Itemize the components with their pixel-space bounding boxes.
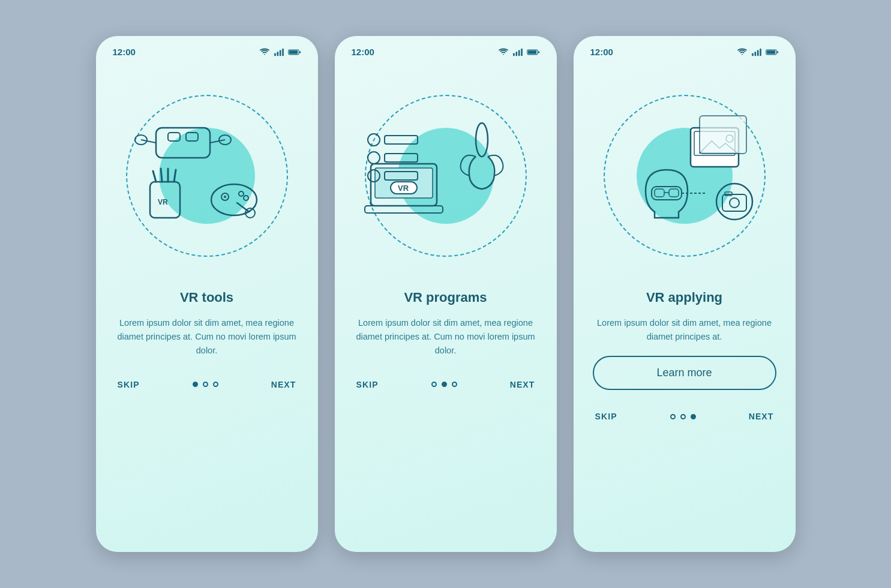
time-3: 12:00 bbox=[590, 47, 613, 57]
signal-icon-2 bbox=[512, 48, 523, 56]
svg-line-10 bbox=[141, 140, 156, 143]
dot-2-3 bbox=[452, 382, 457, 387]
svg-rect-7 bbox=[156, 128, 210, 158]
svg-rect-2 bbox=[279, 50, 281, 56]
svg-point-64 bbox=[730, 198, 739, 208]
svg-line-15 bbox=[153, 171, 156, 182]
svg-rect-51 bbox=[776, 51, 778, 53]
svg-rect-0 bbox=[274, 53, 276, 55]
learn-more-button[interactable]: Learn more bbox=[593, 356, 776, 390]
status-icons-1 bbox=[259, 48, 301, 56]
screen-title-3: VR applying bbox=[593, 290, 776, 305]
svg-rect-3 bbox=[282, 48, 284, 55]
svg-point-20 bbox=[211, 184, 257, 215]
time-1: 12:00 bbox=[113, 47, 136, 57]
svg-rect-32 bbox=[538, 51, 539, 53]
dots-2 bbox=[431, 382, 457, 387]
next-button-2[interactable]: NEXT bbox=[510, 380, 535, 389]
status-icons-3 bbox=[737, 48, 779, 56]
dot-3-3 bbox=[691, 414, 696, 419]
svg-text:VR: VR bbox=[398, 184, 409, 193]
svg-rect-28 bbox=[515, 52, 517, 56]
svg-rect-30 bbox=[521, 48, 523, 55]
svg-rect-6 bbox=[289, 50, 297, 54]
dot-1-2 bbox=[203, 382, 208, 387]
svg-rect-57 bbox=[652, 187, 682, 200]
screen-vr-programs: 12:00 bbox=[335, 36, 557, 552]
svg-rect-9 bbox=[186, 133, 198, 141]
time-2: 12:00 bbox=[352, 47, 374, 57]
status-bar-2: 12:00 bbox=[335, 36, 557, 62]
wifi-icon bbox=[259, 48, 270, 56]
bottom-nav-2: SKIP NEXT bbox=[335, 370, 557, 406]
svg-rect-29 bbox=[518, 50, 520, 56]
svg-line-25 bbox=[237, 203, 249, 212]
svg-point-41 bbox=[368, 152, 380, 164]
battery-icon-2 bbox=[527, 49, 540, 56]
screen-description-2: Lorem ipsum dolor sit dim amet, mea regi… bbox=[354, 316, 538, 358]
dots-3 bbox=[670, 414, 696, 419]
wifi-icon-3 bbox=[737, 48, 748, 56]
battery-icon bbox=[288, 49, 301, 56]
vr-tools-illustration: VR bbox=[123, 92, 291, 260]
svg-rect-8 bbox=[168, 133, 180, 141]
svg-rect-46 bbox=[752, 53, 754, 55]
svg-line-18 bbox=[174, 170, 176, 182]
svg-rect-63 bbox=[722, 194, 746, 211]
vr-programs-illustration: VR bbox=[362, 92, 530, 260]
next-button-1[interactable]: NEXT bbox=[271, 380, 296, 389]
svg-rect-1 bbox=[277, 52, 278, 56]
status-icons-2 bbox=[498, 48, 540, 56]
skip-button-1[interactable]: SKIP bbox=[118, 380, 140, 389]
svg-rect-58 bbox=[655, 189, 664, 197]
svg-point-24 bbox=[244, 196, 248, 200]
dot-3-2 bbox=[680, 414, 686, 419]
svg-rect-40 bbox=[385, 136, 418, 144]
illustration-vr-programs: VR bbox=[335, 62, 557, 290]
bottom-nav-3: SKIP NEXT bbox=[574, 402, 796, 438]
svg-line-11 bbox=[210, 140, 225, 143]
svg-rect-47 bbox=[754, 52, 756, 56]
wifi-icon-2 bbox=[498, 48, 509, 56]
svg-point-45 bbox=[476, 123, 488, 157]
dot-1-1 bbox=[193, 382, 198, 387]
svg-line-16 bbox=[161, 169, 162, 182]
svg-rect-52 bbox=[766, 50, 775, 54]
next-button-3[interactable]: NEXT bbox=[749, 412, 774, 421]
svg-point-39 bbox=[368, 134, 380, 146]
screen-title-1: VR tools bbox=[115, 290, 299, 305]
svg-point-23 bbox=[239, 191, 244, 196]
svg-rect-36 bbox=[365, 206, 443, 213]
svg-point-22 bbox=[224, 196, 226, 198]
dot-1-3 bbox=[213, 382, 218, 387]
screen-vr-tools: 12:00 bbox=[96, 36, 318, 552]
screen-description-3: Lorem ipsum dolor sit dim amet, mea regi… bbox=[593, 316, 776, 344]
content-area-1: VR tools Lorem ipsum dolor sit dim amet,… bbox=[96, 290, 318, 370]
svg-rect-5 bbox=[299, 51, 300, 53]
svg-text:VR: VR bbox=[158, 198, 168, 206]
signal-icon bbox=[274, 48, 284, 56]
screen-description-1: Lorem ipsum dolor sit dim amet, mea regi… bbox=[115, 316, 299, 358]
status-bar-3: 12:00 bbox=[574, 36, 796, 62]
skip-button-3[interactable]: SKIP bbox=[595, 412, 617, 421]
signal-icon-3 bbox=[751, 48, 762, 56]
status-bar-1: 12:00 bbox=[96, 36, 318, 62]
screen-vr-applying: 12:00 bbox=[574, 36, 796, 552]
svg-rect-42 bbox=[385, 154, 418, 162]
screen-title-2: VR programs bbox=[354, 290, 538, 305]
dot-2-2 bbox=[442, 382, 447, 387]
dots-1 bbox=[193, 382, 218, 387]
content-area-2: VR programs Lorem ipsum dolor sit dim am… bbox=[335, 290, 557, 370]
svg-rect-56 bbox=[700, 116, 746, 154]
svg-rect-27 bbox=[513, 53, 515, 55]
battery-icon-3 bbox=[766, 49, 779, 56]
dot-3-1 bbox=[670, 414, 676, 419]
skip-button-2[interactable]: SKIP bbox=[356, 380, 379, 389]
svg-rect-48 bbox=[757, 50, 758, 56]
bottom-nav-1: SKIP NEXT bbox=[96, 370, 318, 406]
svg-rect-33 bbox=[527, 50, 536, 54]
svg-rect-59 bbox=[669, 189, 679, 197]
illustration-vr-tools: VR bbox=[96, 62, 318, 290]
content-area-3: VR applying Lorem ipsum dolor sit dim am… bbox=[574, 290, 796, 402]
vr-applying-illustration bbox=[601, 92, 769, 260]
